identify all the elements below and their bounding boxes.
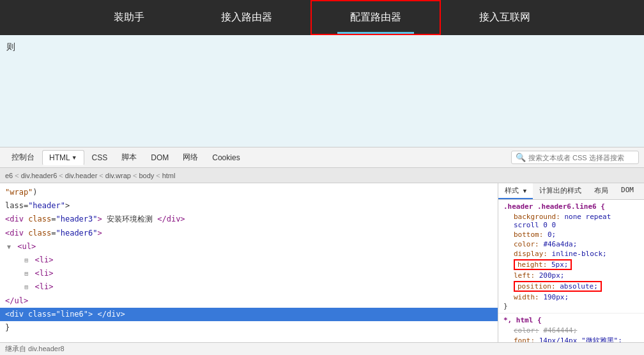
tab-cookies[interactable]: Cookies [206, 151, 246, 165]
tab-dom[interactable]: DOM [144, 151, 175, 165]
style-dropdown-icon: ▼ [523, 188, 526, 194]
html-line: ⊞ <li> [0, 253, 498, 267]
devtools-main: "wrap") lass="header"> <div class="heade… [0, 183, 644, 342]
html-line: } [0, 321, 498, 335]
style-prop: font: 14px/14px "微软雅黑"; [503, 335, 639, 342]
breadcrumb-header6[interactable]: div.header6 [21, 172, 57, 179]
browser-preview: 装助手 接入路由器 配置路由器 接入互联网 则 [0, 0, 644, 147]
styles-tab-computed[interactable]: 计算出的样式 [533, 183, 588, 199]
nav-bar: 装助手 接入路由器 配置路由器 接入互联网 [0, 0, 644, 35]
style-rule-header6: .header .header6.line6 { background: non… [498, 200, 644, 313]
style-prop: color: #46a4da; [503, 239, 639, 249]
breadcrumb-e6[interactable]: e6 [5, 172, 13, 179]
style-prop: left: 200px; [503, 271, 639, 280]
nav-item-config-router[interactable]: 配置路由器 [310, 0, 441, 35]
html-line: ▼ <ul> [0, 240, 498, 253]
tab-html[interactable]: HTML ▼ [42, 150, 84, 165]
styles-tab-dom[interactable]: DOM [615, 183, 640, 199]
nav-item-connect-router[interactable]: 接入路由器 [183, 0, 310, 35]
breadcrumb-wrap[interactable]: div.wrap [105, 172, 131, 179]
active-underline [337, 32, 414, 34]
html-dropdown-icon: ▼ [72, 155, 77, 161]
search-input[interactable] [528, 154, 634, 162]
breadcrumb-header[interactable]: div.header [65, 172, 98, 179]
html-line: </ul> [0, 294, 498, 308]
html-line: <div class="header3"> 安装环境检测 </div> [0, 213, 498, 226]
bottom-text: 继承自 div.header8 [5, 344, 65, 354]
style-prop: bottom: 0; [503, 230, 639, 239]
nav-item-connect-internet[interactable]: 接入互联网 [441, 0, 569, 35]
preview-content: 则 [0, 35, 644, 147]
style-rule-html: *, html { color: #464444; font: 14px/14p… [498, 313, 644, 342]
html-line: lass="header"> [0, 199, 498, 213]
breadcrumb-html[interactable]: html [162, 172, 176, 179]
html-line-selected[interactable]: <div class="line6"> </div> [0, 308, 498, 321]
html-panel[interactable]: "wrap") lass="header"> <div class="heade… [0, 183, 498, 342]
style-prop: width: 190px; [503, 292, 639, 302]
search-icon: 🔍 [516, 153, 526, 162]
html-line: ⊞ <li> [0, 267, 498, 280]
styles-panel: 样式 ▼ 计算出的样式 布局 DOM .header .header6.line… [498, 183, 644, 342]
style-selector: *, html { [503, 316, 639, 324]
html-line: "wrap") [0, 186, 498, 199]
style-prop: color: #464444; [503, 326, 639, 335]
devtools-panel: 控制台 HTML ▼ CSS 脚本 DOM 网络 Cookies 🔍 e6 < … [0, 147, 644, 355]
styles-tab-layout[interactable]: 布局 [588, 183, 615, 199]
style-prop: background: none repeat scroll 0 0 [503, 212, 639, 230]
devtools-search: 🔍 [511, 151, 639, 164]
style-prop-height: height: 5px; [503, 259, 639, 271]
style-close-brace: } [503, 302, 639, 310]
tab-script[interactable]: 脚本 [115, 149, 143, 165]
style-prop-position: position: absolute; [503, 280, 639, 292]
preview-text: 则 [6, 42, 15, 52]
html-line: ⊞ <li> [0, 280, 498, 294]
breadcrumb-body[interactable]: body [139, 172, 154, 179]
bottom-bar: 继承自 div.header8 [0, 342, 644, 355]
html-line: <div class="header6"> [0, 227, 498, 240]
breadcrumb-bar: e6 < div.header6 < div.header < div.wrap… [0, 168, 644, 183]
tab-network[interactable]: 网络 [176, 149, 204, 165]
styles-tab-style[interactable]: 样式 ▼ [498, 183, 533, 199]
tab-console[interactable]: 控制台 [5, 149, 41, 165]
tab-css[interactable]: CSS [86, 151, 114, 165]
styles-tabs: 样式 ▼ 计算出的样式 布局 DOM [498, 183, 644, 200]
devtools-toolbar: 控制台 HTML ▼ CSS 脚本 DOM 网络 Cookies 🔍 [0, 147, 644, 168]
nav-item-install[interactable]: 装助手 [75, 0, 183, 35]
style-prop: display: inline-block; [503, 249, 639, 259]
style-selector: .header .header6.line6 { [503, 202, 639, 211]
